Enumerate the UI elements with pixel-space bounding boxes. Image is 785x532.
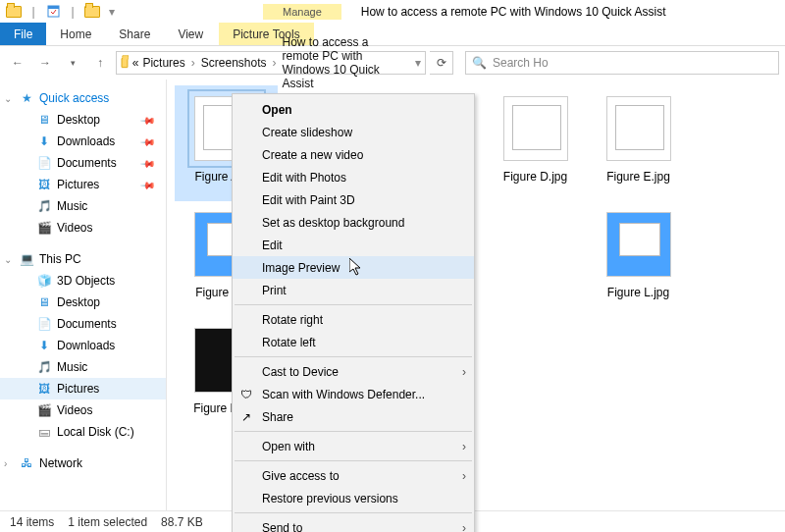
chevron-right-icon[interactable]: › <box>271 56 279 70</box>
nav-pane: ⌄ ★ Quick access 🖥Desktop📌 ⬇Downloads📌 📄… <box>0 80 167 510</box>
chevron-down-icon[interactable]: ⌄ <box>4 93 12 104</box>
qat-dropdown-icon[interactable]: ▾ <box>104 4 120 20</box>
forward-button[interactable]: → <box>33 51 57 75</box>
pictures-icon: 🖼 <box>37 382 51 396</box>
chevron-right-icon: › <box>462 521 466 533</box>
tree-desktop2[interactable]: 🖥Desktop <box>0 292 166 313</box>
view-tab[interactable]: View <box>164 23 217 45</box>
address-folder-icon <box>122 58 129 68</box>
file-figure-l[interactable]: Figure L.jpg <box>587 201 690 317</box>
tree-pictures2[interactable]: 🖼Pictures <box>0 378 166 399</box>
chevron-down-icon[interactable]: ⌄ <box>4 254 12 265</box>
file-tab[interactable]: File <box>0 23 46 45</box>
ctx-give-access[interactable]: Give access to› <box>233 464 474 487</box>
pictures-icon: 🖼 <box>37 178 51 191</box>
tree-quick-access[interactable]: ⌄ ★ Quick access <box>0 87 166 109</box>
network-icon: 🖧 <box>20 456 33 470</box>
videos-icon: 🎬 <box>37 221 51 235</box>
address-dropdown-icon[interactable]: ▾ <box>415 56 421 70</box>
chevron-right-icon: › <box>462 365 466 379</box>
ctx-edit-paint3d[interactable]: Edit with Paint 3D <box>233 188 474 211</box>
tree-3d-objects[interactable]: 🧊3D Objects <box>0 270 166 292</box>
tree-this-pc[interactable]: ⌄ 💻 This PC <box>0 248 166 270</box>
status-size: 88.7 KB <box>161 515 203 529</box>
ctx-set-background[interactable]: Set as desktop background <box>233 211 474 234</box>
nav-row: ← → ▾ ↑ « Pictures › Screenshots › How t… <box>0 46 785 80</box>
breadcrumb-overflow[interactable]: « <box>132 56 139 70</box>
pin-icon: 📌 <box>140 155 156 171</box>
drive-icon: 🖴 <box>37 425 51 439</box>
search-icon: 🔍 <box>472 56 487 70</box>
videos-icon: 🎬 <box>37 403 51 417</box>
quick-access-toolbar: | | ▾ <box>0 4 126 20</box>
desktop-icon: 🖥 <box>37 295 51 309</box>
ctx-image-preview[interactable]: Image Preview <box>233 256 474 279</box>
address-bar[interactable]: « Pictures › Screenshots › How to access… <box>116 51 426 75</box>
new-folder-icon[interactable] <box>84 4 100 20</box>
tree-downloads[interactable]: ⬇Downloads📌 <box>0 131 166 152</box>
downloads-icon: ⬇ <box>37 134 51 148</box>
chevron-right-icon: › <box>462 440 466 453</box>
music-icon: 🎵 <box>37 360 51 374</box>
star-icon: ★ <box>20 91 33 105</box>
chevron-right-icon: › <box>462 469 466 483</box>
ctx-edit-photos[interactable]: Edit with Photos <box>233 166 474 188</box>
ctx-print[interactable]: Print <box>233 279 474 301</box>
tree-music[interactable]: 🎵Music <box>0 195 166 217</box>
back-button[interactable]: ← <box>6 51 29 75</box>
ctx-separator <box>235 512 472 513</box>
ctx-open[interactable]: Open <box>233 98 474 121</box>
ctx-send-to[interactable]: Send to› <box>233 516 474 532</box>
tree-music2[interactable]: 🎵Music <box>0 356 166 378</box>
up-button[interactable]: ↑ <box>88 51 112 75</box>
tree-desktop[interactable]: 🖥Desktop📌 <box>0 109 166 131</box>
properties-icon[interactable] <box>45 4 61 20</box>
share-tab[interactable]: Share <box>105 23 164 45</box>
ctx-create-new-video[interactable]: Create a new video <box>233 143 474 166</box>
documents-icon: 📄 <box>37 156 51 170</box>
qat-sep2: | <box>65 4 80 20</box>
breadcrumb-screenshots[interactable]: Screenshots <box>201 56 267 70</box>
search-box[interactable]: 🔍 Search Ho <box>465 51 779 75</box>
ctx-separator <box>235 304 472 305</box>
qat-sep: | <box>26 4 41 20</box>
tree-network[interactable]: › 🖧 Network <box>0 452 166 474</box>
desktop-icon: 🖥 <box>37 113 51 127</box>
share-icon: ↗ <box>238 409 254 425</box>
file-figure-e[interactable]: Figure E.jpg <box>587 85 690 201</box>
shield-icon: 🛡 <box>238 387 254 402</box>
ctx-scan-defender[interactable]: 🛡Scan with Windows Defender... <box>233 383 474 405</box>
tree-videos2[interactable]: 🎬Videos <box>0 399 166 421</box>
ctx-cast-to-device[interactable]: Cast to Device› <box>233 360 474 383</box>
history-dropdown[interactable]: ▾ <box>61 51 84 75</box>
file-figure-d[interactable]: Figure D.jpg <box>484 85 587 201</box>
breadcrumb-pictures[interactable]: Pictures <box>142 56 184 70</box>
app-icon <box>6 4 22 20</box>
ctx-open-with[interactable]: Open with› <box>233 435 474 457</box>
svg-rect-1 <box>48 6 59 9</box>
pc-icon: 💻 <box>20 252 33 266</box>
ctx-rotate-right[interactable]: Rotate right <box>233 308 474 331</box>
refresh-button[interactable]: ⟳ <box>430 51 453 75</box>
status-selection: 1 item selected <box>68 515 147 529</box>
home-tab[interactable]: Home <box>46 23 105 45</box>
ctx-edit[interactable]: Edit <box>233 234 474 256</box>
ctx-share[interactable]: ↗Share <box>233 405 474 428</box>
chevron-right-icon[interactable]: › <box>4 458 7 469</box>
ctx-create-slideshow[interactable]: Create slideshow <box>233 121 474 143</box>
ctx-separator <box>235 356 472 357</box>
ctx-separator <box>235 431 472 432</box>
ctx-restore-versions[interactable]: Restore previous versions <box>233 487 474 509</box>
context-menu: Open Create slideshow Create a new video… <box>232 93 475 532</box>
tree-local-disk[interactable]: 🖴Local Disk (C:) <box>0 421 166 443</box>
chevron-right-icon[interactable]: › <box>189 56 197 70</box>
tree-downloads2[interactable]: ⬇Downloads <box>0 335 166 356</box>
ctx-separator <box>235 460 472 461</box>
tree-pictures[interactable]: 🖼Pictures📌 <box>0 174 166 195</box>
ctx-rotate-left[interactable]: Rotate left <box>233 331 474 353</box>
tree-documents2[interactable]: 📄Documents <box>0 313 166 335</box>
tree-documents[interactable]: 📄Documents📌 <box>0 152 166 174</box>
objects3d-icon: 🧊 <box>37 274 51 288</box>
title-bar: | | ▾ Manage How to access a remote PC w… <box>0 0 785 23</box>
tree-videos[interactable]: 🎬Videos <box>0 217 166 239</box>
